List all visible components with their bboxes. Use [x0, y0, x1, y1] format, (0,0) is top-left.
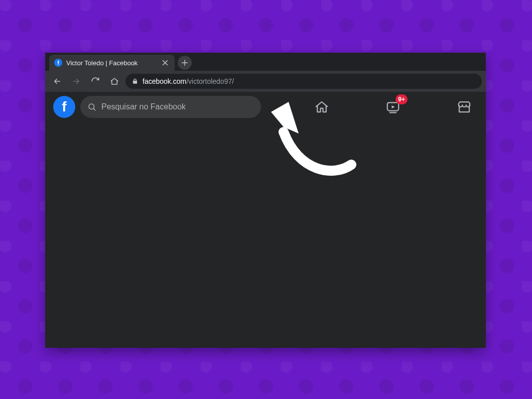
- arrow-right-icon: [72, 77, 81, 86]
- facebook-search[interactable]: Pesquisar no Facebook: [80, 96, 261, 118]
- nav-home[interactable]: [311, 96, 332, 117]
- browser-home-button[interactable]: [106, 73, 122, 89]
- home-icon: [314, 99, 329, 114]
- reload-button[interactable]: [87, 73, 103, 89]
- tab-strip: f Victor Toledo | Facebook: [45, 53, 486, 71]
- lock-icon: [131, 78, 139, 85]
- page-content: f Pesquisar no Facebook: [45, 92, 486, 348]
- browser-toolbar: facebook.com/victortoledo97/: [45, 71, 486, 92]
- page-backdrop: f Victor Toledo | Facebook: [0, 0, 532, 399]
- watch-badge: 9+: [395, 94, 408, 104]
- url-text: facebook.com/victortoledo97/: [143, 77, 234, 85]
- forward-button[interactable]: [68, 73, 84, 89]
- new-tab-button[interactable]: [178, 56, 192, 70]
- marketplace-icon: [457, 99, 472, 114]
- arrow-left-icon: [53, 77, 62, 86]
- close-tab-button[interactable]: [161, 58, 170, 67]
- facebook-top-nav: 9+: [266, 96, 478, 117]
- tab-title: Victor Toledo | Facebook: [66, 59, 157, 67]
- home-outline-icon: [110, 77, 119, 86]
- search-placeholder: Pesquisar no Facebook: [101, 102, 186, 111]
- url-path: /victortoledo97/: [186, 77, 234, 85]
- back-button[interactable]: [49, 73, 65, 89]
- browser-window: f Victor Toledo | Facebook: [45, 53, 486, 348]
- address-bar[interactable]: facebook.com/victortoledo97/: [125, 74, 482, 89]
- svg-point-0: [89, 104, 94, 109]
- facebook-header: f Pesquisar no Facebook: [45, 92, 486, 122]
- facebook-logo[interactable]: f: [53, 96, 75, 118]
- url-domain: facebook.com: [143, 77, 186, 85]
- reload-icon: [91, 77, 100, 86]
- close-icon: [161, 58, 170, 67]
- facebook-favicon-icon: f: [54, 59, 62, 67]
- nav-watch[interactable]: 9+: [382, 96, 404, 117]
- nav-marketplace[interactable]: [454, 96, 475, 117]
- search-icon: [87, 102, 96, 111]
- plus-icon: [181, 59, 189, 67]
- browser-tab[interactable]: f Victor Toledo | Facebook: [49, 55, 175, 71]
